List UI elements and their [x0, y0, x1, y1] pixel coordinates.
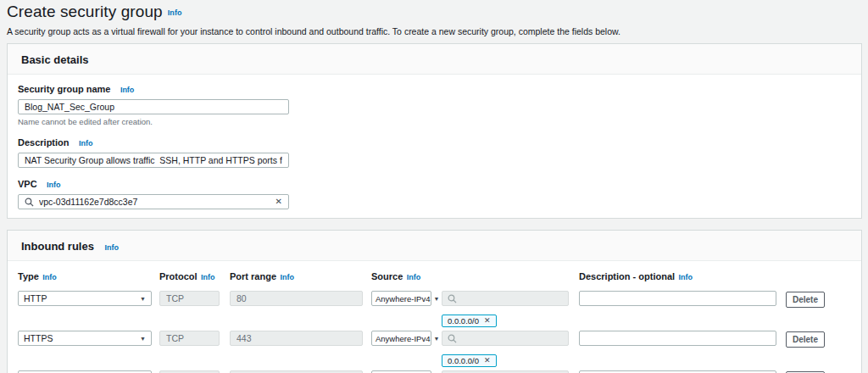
inbound-rules-header: Inbound rules Info — [8, 231, 861, 261]
delete-rule-button[interactable]: Delete — [786, 331, 825, 348]
cidr-chip: 0.0.0.0/0 ✕ — [442, 354, 497, 367]
vpc-clear-icon[interactable]: ✕ — [275, 198, 282, 206]
page-title-info-link[interactable]: Info — [168, 8, 182, 17]
description-label: Description — [18, 137, 70, 148]
vpc-input[interactable] — [39, 197, 270, 207]
column-source-info-link[interactable]: Info — [407, 273, 421, 281]
page-title: Create security groupInfo — [7, 3, 861, 21]
column-source-label: Source — [371, 271, 403, 281]
delete-rule-button[interactable]: Delete — [786, 292, 825, 308]
basic-details-heading: Basic details — [21, 53, 89, 66]
description-info-link[interactable]: Info — [79, 139, 93, 148]
type-select[interactable]: HTTPS ▼ — [18, 331, 152, 346]
chevron-down-icon: ▼ — [140, 296, 146, 302]
security-group-name-label: Security group name — [18, 84, 110, 94]
vpc-info-link[interactable]: Info — [47, 181, 61, 189]
security-group-name-field: Security group name Info Name cannot be … — [18, 81, 851, 126]
port-range-input — [230, 331, 363, 346]
inbound-rules-info-link[interactable]: Info — [104, 243, 119, 252]
create-security-group-page: Create security groupInfo A security gro… — [0, 0, 868, 373]
protocol-input — [159, 291, 220, 306]
column-type-label: Type — [18, 271, 39, 281]
type-select[interactable]: HTTP ▼ — [18, 291, 152, 306]
source-select[interactable]: Anywhere-IPv4 ▼ — [371, 331, 431, 346]
port-range-input — [230, 291, 363, 306]
source-select[interactable]: Anywhere-IPv4 ▼ — [371, 291, 431, 306]
column-protocol-info-link[interactable]: Info — [201, 273, 215, 281]
basic-details-header: Basic details — [8, 44, 861, 75]
search-icon — [25, 198, 34, 207]
basic-details-body: Security group name Info Name cannot be … — [8, 75, 861, 218]
remove-cidr-icon[interactable]: ✕ — [484, 357, 491, 365]
page-header: Create security groupInfo A security gro… — [0, 0, 868, 36]
remove-cidr-icon[interactable]: ✕ — [484, 317, 491, 325]
page-title-text: Create security group — [7, 3, 163, 20]
inbound-rules-card: Inbound rules Info Type Info Protocol In… — [7, 230, 862, 373]
inbound-rules-body: Type Info Protocol Info Port range Info … — [8, 261, 861, 373]
vpc-field: VPC Info ✕ — [18, 175, 851, 209]
cidr-chip: 0.0.0.0/0 ✕ — [442, 315, 497, 327]
protocol-input — [159, 331, 220, 346]
search-icon — [448, 294, 457, 303]
search-icon — [448, 334, 457, 343]
column-port-range-info-link[interactable]: Info — [280, 273, 294, 281]
column-type-info-link[interactable]: Info — [42, 273, 57, 281]
chevron-down-icon: ▼ — [433, 296, 439, 302]
source-cidr-search-box — [442, 291, 569, 306]
source-cidr-search-box — [442, 331, 569, 346]
chevron-down-icon: ▼ — [140, 336, 146, 342]
vpc-label: VPC — [18, 179, 37, 189]
chevron-down-icon: ▼ — [433, 336, 439, 342]
security-group-name-help: Name cannot be edited after creation. — [18, 117, 851, 126]
column-port-range-label: Port range — [230, 271, 276, 281]
description-field: Description Info — [18, 134, 851, 168]
vpc-select-box[interactable]: ✕ — [18, 194, 289, 209]
column-protocol-label: Protocol — [159, 271, 198, 281]
inbound-rule-row-1: HTTP ▼ Anywhere-IPv4 ▼ — [18, 291, 851, 325]
column-description-info-link[interactable]: Info — [679, 273, 693, 281]
page-subtitle: A security group acts as a virtual firew… — [7, 26, 861, 36]
column-description-label: Description - optional — [579, 271, 675, 281]
inbound-rule-row-2: HTTPS ▼ Anywhere-IPv4 ▼ — [18, 331, 851, 365]
basic-details-card: Basic details Security group name Info N… — [7, 43, 862, 219]
rule-description-input[interactable] — [579, 291, 776, 306]
description-input[interactable] — [18, 153, 289, 168]
inbound-rules-heading: Inbound rules — [21, 240, 94, 253]
security-group-name-input[interactable] — [18, 99, 289, 114]
rules-column-headers: Type Info Protocol Info Port range Info … — [18, 268, 851, 283]
rule-description-input[interactable] — [579, 331, 776, 346]
security-group-name-info-link[interactable]: Info — [120, 86, 135, 94]
